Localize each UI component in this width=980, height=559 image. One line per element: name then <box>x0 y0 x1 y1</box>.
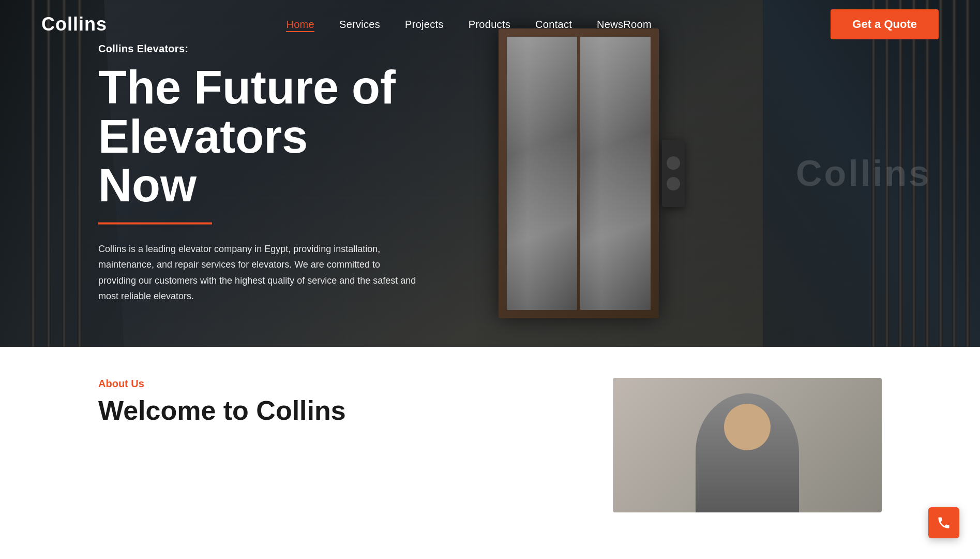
railing-bar <box>885 0 889 347</box>
staircase-right <box>763 0 980 347</box>
hero-title: The Future of Elevators Now <box>98 63 543 210</box>
nav-item-products[interactable]: Products <box>469 19 510 31</box>
nav-links: Home Services Projects Products Contact … <box>286 19 651 31</box>
about-section: About Us Welcome to Collins <box>0 347 980 523</box>
brand-logo[interactable]: Collins <box>41 13 107 35</box>
railing-bars-right <box>815 0 970 347</box>
railing-bar <box>78 0 82 347</box>
elevator-panel <box>662 140 685 207</box>
railing-bar <box>925 0 929 347</box>
railing-bars-left <box>31 0 93 347</box>
navbar: Collins Home Services Projects Products … <box>0 0 980 49</box>
get-quote-button[interactable]: Get a Quote <box>831 9 939 39</box>
nav-item-contact[interactable]: Contact <box>535 19 572 31</box>
hero-title-line2: Now <box>98 159 197 211</box>
nav-link-home[interactable]: Home <box>286 19 314 32</box>
about-text: About Us Welcome to Collins <box>98 378 571 425</box>
railing-bar <box>966 0 970 347</box>
nav-item-home[interactable]: Home <box>286 19 314 31</box>
hero-divider <box>98 222 212 224</box>
railing-bar <box>47 0 51 347</box>
nav-link-newsroom[interactable]: NewsRoom <box>597 19 652 30</box>
nav-item-newsroom[interactable]: NewsRoom <box>597 19 652 31</box>
nav-link-services[interactable]: Services <box>339 19 380 30</box>
panel-button-down <box>667 177 680 190</box>
hero-section: Collins Collins Elevators: The Future of… <box>0 0 980 347</box>
hero-description: Collins is a leading elevator company in… <box>98 241 419 304</box>
nav-item-services[interactable]: Services <box>339 19 380 31</box>
railing-bar <box>952 0 956 347</box>
about-person-silhouette <box>696 393 799 512</box>
panel-button-up <box>667 156 680 170</box>
railing-bar <box>62 0 66 347</box>
hero-title-line1: The Future of Elevators <box>98 62 396 163</box>
phone-fab-button[interactable] <box>928 507 959 523</box>
railing-bar <box>912 0 916 347</box>
nav-item-projects[interactable]: Projects <box>405 19 444 31</box>
railing-bar <box>898 0 902 347</box>
about-label: About Us <box>98 378 571 390</box>
nav-link-contact[interactable]: Contact <box>535 19 572 30</box>
phone-icon <box>937 516 951 523</box>
railing-bar <box>871 0 876 347</box>
elevator-door-right <box>580 37 651 310</box>
hero-content: Collins Elevators: The Future of Elevato… <box>98 43 543 304</box>
railing-bar <box>939 0 943 347</box>
about-person-head <box>724 404 771 450</box>
nav-link-products[interactable]: Products <box>469 19 510 30</box>
nav-link-projects[interactable]: Projects <box>405 19 444 30</box>
about-image <box>613 378 882 512</box>
about-heading: Welcome to Collins <box>98 396 571 425</box>
railing-bar <box>31 0 35 347</box>
